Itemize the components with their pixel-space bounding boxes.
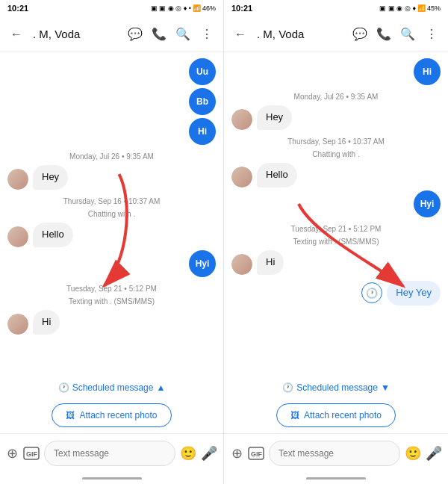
left-add-button[interactable]: ⊕: [6, 443, 19, 464]
right-back-button[interactable]: ←: [230, 24, 251, 45]
right-texting-with-label: Texting with . (SMS/MMS): [231, 238, 441, 246]
left-back-button[interactable]: ←: [6, 24, 27, 45]
right-add-button[interactable]: ⊕: [230, 443, 243, 464]
left-battery: 46%: [202, 4, 216, 12]
right-status-time: 10:21: [231, 4, 252, 13]
left-gif-button[interactable]: GIF: [23, 443, 40, 464]
list-item: Hi: [231, 250, 441, 275]
right-chatting-with-label: Chatting with .: [231, 150, 441, 158]
right-avatar-1: [231, 109, 252, 130]
left-home-bar: [0, 472, 223, 484]
list-item: Hi: [231, 58, 441, 85]
right-received-hi: Hi: [257, 250, 284, 275]
left-emoji-button[interactable]: 🙂: [180, 443, 196, 464]
left-scheduled-bar[interactable]: 🕐 Scheduled message ▲: [0, 378, 223, 397]
left-chat-area: Uu Bb Hi Monday, Jul 26 • 9:35 AM Hey: [0, 52, 223, 378]
right-attach-label: Attach recent photo: [304, 410, 382, 421]
list-item: 🕐 Hey Yey: [231, 281, 441, 305]
notification-icons: ▣ ▣ ◉ ◎ ♦ •: [151, 4, 191, 12]
right-avatar-2: [231, 167, 252, 187]
right-emoji-button[interactable]: 🙂: [405, 443, 421, 464]
left-avatar-1: [7, 169, 28, 190]
received-hello: Hello: [33, 223, 73, 247]
right-chat-wrapper: Hi Monday, Jul 26 • 9:35 AM Hey Thursday…: [224, 52, 448, 378]
right-scheduled-bar[interactable]: 🕐 Scheduled message ▼: [224, 378, 448, 397]
right-home-bar-line: [306, 477, 366, 480]
right-search-icon[interactable]: 🔍: [397, 24, 418, 45]
right-avatar-3: [231, 254, 252, 275]
list-item: Hi: [7, 118, 216, 145]
right-input-bar: ⊕ GIF 🙂 🎤: [224, 433, 448, 472]
right-scheduled-bubble: Hey Yey: [387, 281, 441, 305]
svg-text:GIF: GIF: [251, 450, 263, 458]
right-status-bar: 10:21 ▣ ▣ ◉ ◎ ♦ 📶 45%: [224, 0, 448, 16]
right-chat-icon[interactable]: 💬: [349, 24, 370, 45]
right-scheduled-clock-icon: 🕐: [361, 282, 382, 303]
left-more-icon[interactable]: ⋮: [196, 24, 217, 45]
right-timestamp-jul26: Monday, Jul 26 • 9:35 AM: [231, 93, 441, 101]
right-avatar-image-3: [231, 254, 252, 275]
left-chat-wrapper: Uu Bb Hi Monday, Jul 26 • 9:35 AM Hey: [0, 52, 223, 378]
left-attach-photo-button[interactable]: 🖼 Attach recent photo: [52, 403, 171, 427]
right-timestamp-sep16: Thursday, Sep 16 • 10:37 AM: [231, 137, 441, 146]
left-chat-icon[interactable]: 💬: [125, 24, 146, 45]
right-chat-area: Hi Monday, Jul 26 • 9:35 AM Hey Thursday…: [224, 52, 448, 378]
left-input-bar: ⊕ GIF 🙂 🎤: [0, 433, 223, 472]
left-phone-screen: 10:21 ▣ ▣ ◉ ◎ ♦ • 📶 46% ← . M, Voda 💬 📞 …: [0, 0, 224, 484]
right-attach-photo-button[interactable]: 🖼 Attach recent photo: [276, 403, 396, 427]
right-gif-button[interactable]: GIF: [248, 443, 264, 464]
right-top-bar: ← . M, Voda 💬 📞 🔍 ⋮: [224, 16, 448, 52]
left-top-actions: 💬 📞 🔍 ⋮: [125, 24, 217, 45]
left-contact-name[interactable]: . M, Voda: [31, 28, 120, 40]
left-attach-label: Attach recent photo: [79, 410, 157, 421]
right-contact-name[interactable]: . M, Voda: [255, 28, 345, 40]
sent-circle-uu: Uu: [189, 58, 216, 85]
left-scheduled-label: Scheduled message: [72, 382, 154, 393]
right-received-hey: Hey: [257, 105, 292, 130]
avatar-image-3: [7, 314, 28, 335]
right-scheduled-icon: 🕐: [282, 382, 293, 393]
right-avatar-image-2: [231, 167, 252, 187]
sent-hyi: Hyi: [189, 250, 216, 277]
left-avatar-3: [7, 314, 28, 335]
received-hey: Hey: [33, 165, 68, 190]
right-avatar-image-1: [231, 109, 252, 130]
left-status-bar: 10:21 ▣ ▣ ◉ ◎ ♦ • 📶 46%: [0, 0, 223, 16]
left-search-icon[interactable]: 🔍: [172, 24, 193, 45]
right-scheduled-label: Scheduled message: [296, 382, 378, 393]
left-home-bar-line: [82, 477, 142, 480]
timestamp-jul26: Monday, Jul 26 • 9:35 AM: [7, 152, 216, 161]
right-signal-icon: 📶: [417, 4, 426, 12]
left-status-icons: ▣ ▣ ◉ ◎ ♦ • 📶 46%: [151, 4, 216, 12]
received-hi: Hi: [33, 310, 60, 335]
signal-icon: 📶: [193, 4, 201, 12]
right-photo-icon: 🖼: [290, 410, 299, 421]
left-mic-button[interactable]: 🎤: [201, 443, 217, 464]
avatar-image: [7, 169, 28, 190]
right-battery: 45%: [427, 4, 441, 12]
texting-with-label: Texting with . (SMS/MMS): [7, 297, 216, 305]
right-more-icon[interactable]: ⋮: [421, 24, 442, 45]
right-text-input[interactable]: [269, 441, 400, 466]
avatar-image-2: [7, 226, 28, 247]
sent-circle-bb: Bb: [189, 88, 216, 115]
svg-text:GIF: GIF: [26, 450, 38, 458]
right-sent-hi: Hi: [414, 58, 441, 85]
left-top-bar: ← . M, Voda 💬 📞 🔍 ⋮: [0, 16, 223, 52]
right-status-icons: ▣ ▣ ◉ ◎ ♦ 📶 45%: [379, 4, 441, 12]
left-scheduled-icon: 🕐: [58, 382, 69, 393]
left-text-input[interactable]: [44, 441, 175, 466]
right-home-bar: [224, 472, 448, 484]
list-item: Hyi: [7, 250, 216, 277]
list-item: Hey: [7, 165, 216, 190]
left-scheduled-arrow: ▲: [156, 382, 165, 393]
right-phone-icon[interactable]: 📞: [373, 24, 394, 45]
list-item: Hey: [231, 105, 441, 130]
right-phone-screen: 10:21 ▣ ▣ ◉ ◎ ♦ 📶 45% ← . M, Voda 💬 📞 🔍 …: [224, 0, 448, 484]
left-phone-icon[interactable]: 📞: [149, 24, 169, 45]
list-item: Hyi: [231, 190, 441, 217]
left-avatar-2: [7, 226, 28, 247]
right-notification-icons: ▣ ▣ ◉ ◎ ♦: [379, 4, 416, 12]
left-status-time: 10:21: [7, 4, 28, 13]
right-mic-button[interactable]: 🎤: [426, 443, 442, 464]
